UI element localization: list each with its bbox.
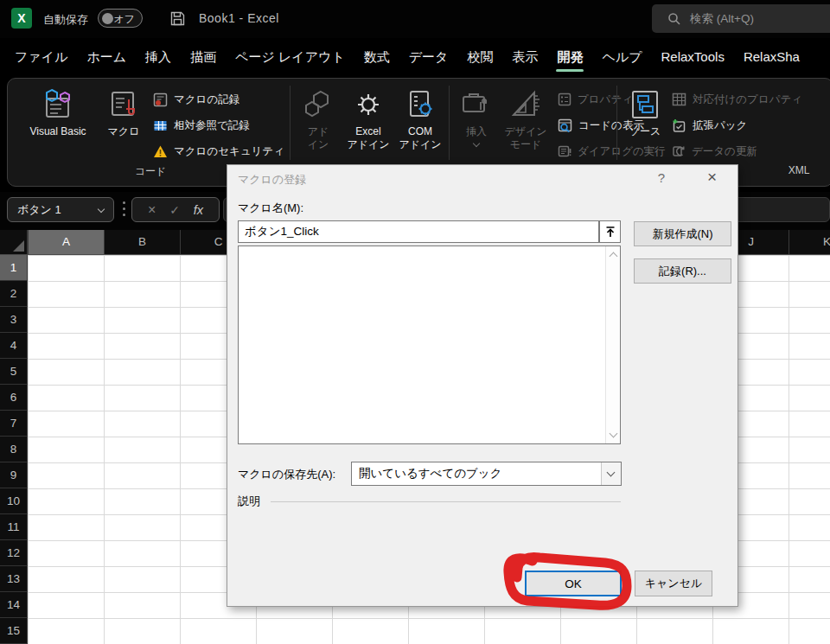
select-all-corner[interactable] xyxy=(0,230,28,255)
new-button[interactable]: 新規作成(N) xyxy=(634,221,731,246)
search-placeholder: 検索 (Alt+Q) xyxy=(690,11,754,27)
tab-formulas[interactable]: 数式 xyxy=(354,38,399,76)
macro-name-input[interactable]: ボタン1_Click xyxy=(238,220,599,243)
map-properties-label: 対応付けのプロパティ xyxy=(693,92,802,107)
macro-security-button[interactable]: マクロのセキュリティ xyxy=(153,138,284,164)
column-header-B[interactable]: B xyxy=(104,230,180,254)
source-button[interactable]: ソース xyxy=(623,84,667,158)
insert-function-icon[interactable]: fx xyxy=(194,203,203,217)
row-header-3[interactable]: 3 xyxy=(0,307,28,333)
macros-label: マクロ xyxy=(108,125,140,138)
row-header-14[interactable]: 14 xyxy=(0,592,28,618)
record-macro-icon xyxy=(153,92,168,107)
addins-icon xyxy=(302,84,335,125)
tab-review[interactable]: 校閲 xyxy=(457,38,502,76)
search-box[interactable]: 検索 (Alt+Q) xyxy=(652,4,830,33)
com-addins-button[interactable]: COM アドイン xyxy=(397,84,444,158)
row-header-9[interactable]: 9 xyxy=(0,462,28,488)
drag-handle-icon[interactable] xyxy=(123,201,125,220)
autosave-label: 自動保存 xyxy=(43,12,88,28)
ribbon-separator xyxy=(616,86,617,160)
select-all-triangle-icon xyxy=(13,240,24,252)
row-header-10[interactable]: 10 xyxy=(0,488,28,514)
tab-view[interactable]: 表示 xyxy=(502,38,547,76)
dialog-help-button[interactable]: ? xyxy=(658,170,665,185)
formula-controls: × ✓ fx xyxy=(131,197,220,222)
expansion-packs-button[interactable]: 拡張パック xyxy=(672,112,830,138)
row-header-11[interactable]: 11 xyxy=(0,514,28,540)
name-box[interactable]: ボタン 1 xyxy=(7,197,114,222)
tab-file[interactable]: ファイル xyxy=(5,38,77,76)
cancel-button[interactable]: キャンセル xyxy=(635,571,712,596)
map-properties-button[interactable]: 対応付けのプロパティ xyxy=(672,86,830,112)
design-mode-button[interactable]: デザイン モード xyxy=(501,84,551,158)
enter-entry-icon[interactable]: ✓ xyxy=(169,203,180,217)
title-bar: X 自動保存 オフ Book1 - Excel 検索 (Alt+Q) xyxy=(0,0,830,38)
row-header-4[interactable]: 4 xyxy=(0,333,28,359)
row-header-6[interactable]: 6 xyxy=(0,385,28,411)
relative-references-icon xyxy=(153,118,168,133)
properties-icon xyxy=(558,92,571,106)
controls-insert-button[interactable]: 挿入 xyxy=(456,84,497,158)
dialog-close-button[interactable]: × xyxy=(707,168,717,187)
tab-relaxshapes[interactable]: RelaxSha xyxy=(734,38,809,76)
scroll-down-icon[interactable] xyxy=(610,430,618,438)
column-header-A[interactable]: A xyxy=(28,230,104,254)
macro-list[interactable] xyxy=(238,245,621,444)
row-header-1[interactable]: 1 xyxy=(0,255,28,281)
row-header-8[interactable]: 8 xyxy=(0,437,28,462)
search-icon xyxy=(667,12,681,26)
refresh-data-button[interactable]: データの更新 xyxy=(672,138,830,164)
scrollbar[interactable] xyxy=(605,246,620,443)
tab-insert[interactable]: 挿入 xyxy=(136,38,181,76)
row-header-5[interactable]: 5 xyxy=(0,359,28,385)
collapse-field-button[interactable] xyxy=(599,220,621,243)
run-dialog-icon xyxy=(558,144,571,158)
xml-small-buttons: 対応付けのプロパティ 拡張パック データの更新 xyxy=(672,86,830,164)
source-label: ソース xyxy=(629,125,661,138)
visual-basic-button[interactable]: Visual Basic xyxy=(16,84,99,158)
tab-draw[interactable]: 描画 xyxy=(181,38,226,76)
row-header-12[interactable]: 12 xyxy=(0,540,28,566)
excel-logo-icon[interactable]: X xyxy=(11,8,32,29)
record-macro-button[interactable]: マクロの記録 xyxy=(153,86,284,112)
arrow-up-to-bar-icon xyxy=(604,226,616,239)
com-addins-label: COM アドイン xyxy=(399,125,441,151)
row-header-2[interactable]: 2 xyxy=(0,281,28,307)
ribbon-separator xyxy=(449,86,450,160)
tab-page-layout[interactable]: ページ レイアウト xyxy=(226,38,354,76)
tab-home[interactable]: ホーム xyxy=(77,38,136,76)
controls-insert-label: 挿入 xyxy=(466,125,487,138)
excel-addins-button[interactable]: Excel アドイン xyxy=(343,84,393,158)
macros-in-select[interactable]: 開いているすべてのブック xyxy=(351,462,622,486)
autosave-toggle[interactable]: オフ xyxy=(98,9,143,28)
xml-group-label: XML xyxy=(769,164,829,176)
tab-developer[interactable]: 開発 xyxy=(547,38,592,76)
row-header-7[interactable]: 7 xyxy=(0,411,28,437)
row-header-13[interactable]: 13 xyxy=(0,566,28,592)
description-divider xyxy=(271,501,621,502)
chevron-down-icon xyxy=(98,206,105,213)
save-icon[interactable] xyxy=(169,10,186,27)
macros-in-value: 開いているすべてのブック xyxy=(359,467,501,480)
record-button[interactable]: 記録(R)... xyxy=(634,258,731,284)
design-mode-icon xyxy=(508,84,543,125)
tab-relaxtools[interactable]: RelaxTools xyxy=(652,38,734,76)
chevron-down-icon xyxy=(607,469,616,477)
addins-button[interactable]: アド イン xyxy=(297,84,340,158)
macro-name-label: マクロ名(M): xyxy=(238,201,303,216)
cancel-entry-icon[interactable]: × xyxy=(148,202,156,218)
row-header-15[interactable]: 15 xyxy=(0,618,28,644)
macros-button[interactable]: マクロ xyxy=(101,84,146,158)
dialog-title: マクロの登録 xyxy=(238,172,306,188)
ribbon-separator xyxy=(290,86,290,160)
macros-icon xyxy=(107,84,140,125)
relative-references-button[interactable]: 相対参照で記録 xyxy=(153,112,284,138)
dropdown-button[interactable] xyxy=(601,462,621,485)
column-header-K[interactable]: K xyxy=(788,230,830,254)
tab-data[interactable]: データ xyxy=(399,38,458,76)
name-box-value: ボタン 1 xyxy=(17,203,61,216)
scroll-up-icon[interactable] xyxy=(610,252,618,261)
tab-help[interactable]: ヘルプ xyxy=(592,38,651,76)
ok-button[interactable]: OK xyxy=(525,571,622,596)
